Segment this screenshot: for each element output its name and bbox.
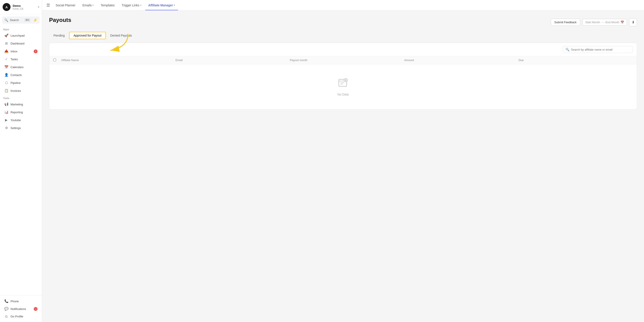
top-nav: ☰ Social Planner Emails ▾ Templates Trig… <box>42 0 644 10</box>
sidebar-item-label: Go Profile <box>10 315 23 318</box>
page-header: Payouts Submit Feedback Start Month → En… <box>49 17 637 28</box>
nav-label: Affiliate Manager <box>148 4 173 7</box>
tab-label: Denied Payouts <box>110 34 132 37</box>
sidebar-item-marketing[interactable]: 📢 Marketing <box>1 100 40 108</box>
sidebar-item-invoices[interactable]: 📋 Invoices <box>1 87 40 94</box>
search-button[interactable]: 🔍 Search ⌘K ⚡ <box>2 16 40 24</box>
header-actions: Submit Feedback Start Month → End Month … <box>551 18 637 26</box>
nav-label: Social Planner <box>56 4 76 7</box>
tab-approved-for-payout[interactable]: Approved for Payout <box>69 32 106 39</box>
sidebar-item-label: Calendars <box>10 66 24 69</box>
avatar: A <box>3 3 10 11</box>
table-header: Affiliate Name Email Payout month Amount… <box>49 56 637 64</box>
table-toolbar: 🔍 <box>49 43 637 56</box>
sidebar-item-settings[interactable]: ⚙ Settings <box>1 124 40 132</box>
sidebar-item-tasks[interactable]: ✓ Tasks <box>1 56 40 63</box>
page-title: Payouts <box>49 17 71 24</box>
sidebar-item-phone[interactable]: 📞 Phone <box>1 298 40 305</box>
nav-label: Templates <box>100 4 114 7</box>
reporting-icon: 📊 <box>4 110 8 114</box>
settings-icon: ⚙ <box>4 126 8 130</box>
download-button[interactable]: ⬇ <box>629 18 637 26</box>
apps-section-label: Apps <box>0 26 42 32</box>
column-due: Due <box>518 58 633 62</box>
main-content: ☰ Social Planner Emails ▾ Templates Trig… <box>42 0 644 322</box>
sidebar-item-label: Launchpad <box>10 34 24 37</box>
nav-trigger-links[interactable]: Trigger Links ▾ <box>118 0 144 10</box>
nav-affiliate-manager[interactable]: Affiliate Manager ▾ <box>145 0 178 10</box>
date-range-picker[interactable]: Start Month → End Month 📅 <box>582 19 627 26</box>
sidebar-item-contacts[interactable]: 👤 Contacts <box>1 71 40 79</box>
hamburger-icon[interactable]: ☰ <box>46 3 50 8</box>
table-panel: 🔍 Affiliate Name Email Payout month Amou… <box>49 43 637 110</box>
chevron-down-icon: ▾ <box>92 4 94 6</box>
select-all-checkbox[interactable] <box>53 58 56 61</box>
sidebar: A Demo Irvine, CA ▾ 🔍 Search ⌘K ⚡ Apps 🚀… <box>0 0 42 322</box>
sidebar-item-label: Youtube <box>10 118 21 122</box>
nav-label: Emails <box>82 4 92 7</box>
search-icon: 🔍 <box>4 18 8 22</box>
dashboard-icon: ⊞ <box>4 42 8 45</box>
sidebar-item-inbox[interactable]: 📥 Inbox 0 <box>1 48 40 55</box>
nav-emails[interactable]: Emails ▾ <box>79 0 97 10</box>
no-data-icon <box>338 78 348 90</box>
tab-label: Pending <box>54 34 65 37</box>
end-month-label: End Month <box>606 20 619 24</box>
youtube-icon: ▶ <box>4 118 8 122</box>
tasks-icon: ✓ <box>4 57 8 61</box>
sidebar-item-label: Marketing <box>10 103 23 106</box>
nav-social-planner[interactable]: Social Planner <box>52 0 78 10</box>
column-payout-month: Payout month <box>290 58 404 62</box>
calendar-icon: 📅 <box>620 20 624 24</box>
sidebar-item-label: Pipeline <box>10 81 20 84</box>
submit-feedback-button[interactable]: Submit Feedback <box>551 18 580 26</box>
inbox-icon: 📥 <box>4 49 8 53</box>
pipeline-icon: ⬡ <box>4 81 8 85</box>
search-icon: 🔍 <box>566 48 569 51</box>
phone-icon: 📞 <box>4 299 8 303</box>
contacts-icon: 👤 <box>4 73 8 77</box>
sidebar-item-label: Dashboard <box>10 42 24 45</box>
sidebar-item-pipeline[interactable]: ⬡ Pipeline <box>1 79 40 86</box>
chevron-down-icon: ▾ <box>38 6 39 8</box>
sidebar-item-label: Settings <box>10 126 21 130</box>
no-data-text: No Data <box>338 93 348 96</box>
notifications-icon: 💬 <box>4 307 8 311</box>
sidebar-item-label: Notifications <box>10 307 26 310</box>
chevron-down-icon: ▾ <box>140 4 141 6</box>
sidebar-item-youtube[interactable]: ▶ Youtube <box>1 116 40 124</box>
sidebar-item-label: Contacts <box>10 74 22 77</box>
nav-templates[interactable]: Templates <box>98 0 118 10</box>
search-input[interactable] <box>571 48 630 51</box>
tab-pending[interactable]: Pending <box>49 32 69 39</box>
no-data-state: No Data <box>49 64 637 109</box>
tools-section-label: Tools <box>0 95 42 100</box>
column-affiliate-name: Affiliate Name <box>61 58 176 62</box>
invoices-icon: 📋 <box>4 89 8 93</box>
sidebar-item-reporting[interactable]: 📊 Reporting <box>1 108 40 116</box>
launchpad-icon: 🚀 <box>4 34 8 38</box>
sidebar-item-label: Inbox <box>10 50 18 53</box>
sidebar-header[interactable]: A Demo Irvine, CA ▾ <box>0 0 42 14</box>
tab-label: Approved for Payout <box>74 34 102 37</box>
sidebar-item-dashboard[interactable]: ⊞ Dashboard <box>1 40 40 47</box>
sidebar-item-calendars[interactable]: 📅 Calendars <box>1 63 40 71</box>
search-input-wrap[interactable]: 🔍 <box>563 46 633 53</box>
column-checkbox <box>53 58 61 62</box>
sidebar-item-notifications[interactable]: 💬 Notifications 11 <box>1 305 40 312</box>
calendars-icon: 📅 <box>4 65 8 69</box>
tab-denied-payouts[interactable]: Denied Payouts <box>106 32 136 39</box>
lightning-icon: ⚡ <box>33 18 38 22</box>
tabs: Pending Approved for Payout Denied Payou… <box>49 32 637 39</box>
nav-label: Trigger Links <box>122 4 139 7</box>
sidebar-item-label: Invoices <box>10 89 21 92</box>
sidebar-item-label: Reporting <box>10 110 23 114</box>
sidebar-item-launchpad[interactable]: 🚀 Launchpad <box>1 32 40 39</box>
sidebar-item-profile[interactable]: G Go Profile <box>1 313 40 320</box>
download-icon: ⬇ <box>632 20 634 24</box>
sidebar-bottom: 📞 Phone 💬 Notifications 11 G Go Profile <box>0 295 42 322</box>
user-info: Demo Irvine, CA <box>13 4 36 10</box>
search-label: Search <box>10 18 19 22</box>
profile-icon: G <box>4 314 8 318</box>
notifications-badge: 11 <box>34 307 38 311</box>
